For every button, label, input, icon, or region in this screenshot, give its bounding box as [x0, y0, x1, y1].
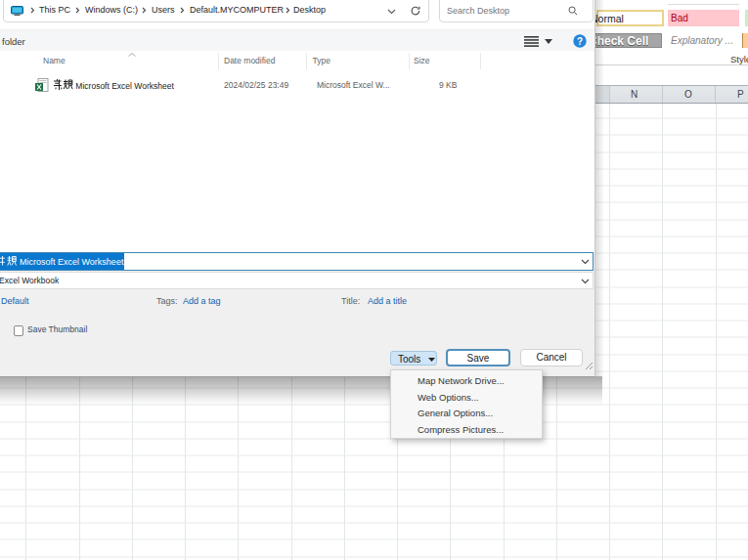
- svg-text:?: ?: [577, 36, 583, 47]
